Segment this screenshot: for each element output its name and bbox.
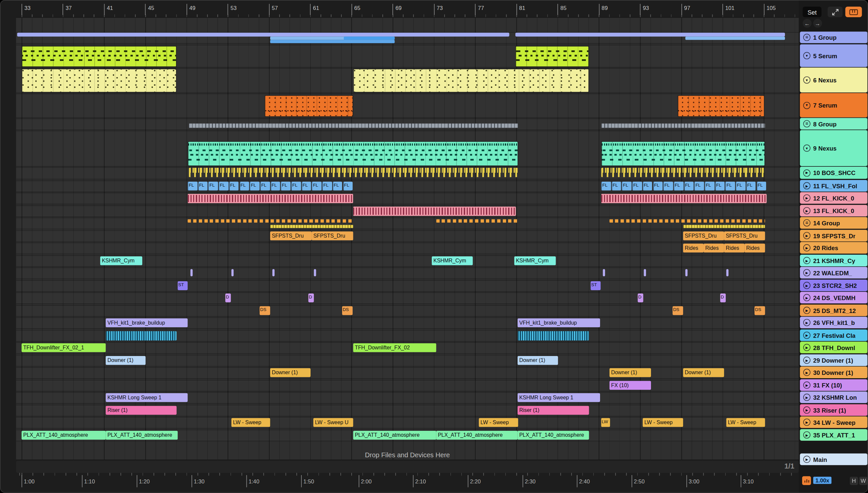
clip[interactable]: Downer (1) — [518, 356, 558, 365]
clip[interactable]: FL — [291, 181, 301, 191]
clip[interactable]: LW - Sweep — [231, 418, 270, 427]
clip[interactable]: FL — [187, 181, 198, 191]
clip[interactable]: Downer (1) — [683, 368, 724, 377]
time-ruler[interactable]: 1:001:101:201:301:401:502:002:102:202:30… — [16, 473, 799, 493]
clip[interactable]: FL — [601, 181, 611, 191]
clip[interactable]: DS — [342, 306, 353, 315]
clip[interactable]: FL — [271, 181, 281, 191]
track-header[interactable]: ▶31 FX (10) — [800, 379, 867, 391]
clip[interactable] — [677, 95, 764, 117]
clip[interactable]: SFPSTS_Dru — [724, 232, 765, 240]
main-track-header[interactable]: ▶Main — [800, 454, 867, 465]
clip[interactable]: FL — [694, 181, 704, 191]
clip[interactable] — [515, 46, 589, 67]
track-header[interactable]: ▶27 Festival Cla — [800, 329, 867, 341]
clip[interactable] — [685, 36, 785, 40]
clip[interactable]: Riser (1) — [518, 406, 589, 415]
clip[interactable]: FL — [673, 181, 684, 191]
width-zoom-button[interactable]: W — [859, 477, 867, 485]
clip[interactable] — [270, 40, 395, 43]
clip[interactable]: FX (10) — [609, 381, 651, 390]
play-icon[interactable]: ▶ — [803, 307, 810, 314]
clip[interactable]: FL — [281, 181, 291, 191]
track-header[interactable]: ▶11 FL_VSH_Fol — [800, 180, 867, 192]
clip[interactable]: FL — [632, 181, 642, 191]
clip[interactable] — [518, 331, 589, 341]
clip[interactable]: FL — [663, 181, 673, 191]
clip[interactable] — [601, 168, 765, 177]
clip[interactable]: PLX_ATT_140_atmosphere — [518, 431, 589, 440]
clip[interactable] — [601, 123, 765, 128]
play-icon[interactable]: ▶ — [803, 357, 810, 364]
clip[interactable]: FL — [684, 181, 694, 191]
play-icon[interactable]: ▶ — [803, 294, 810, 301]
clip[interactable]: FL — [622, 181, 632, 191]
clip[interactable]: SFPSTS_Dru — [683, 232, 724, 240]
clip[interactable] — [187, 219, 353, 223]
clip[interactable]: FL — [208, 181, 218, 191]
clip[interactable]: FL — [757, 181, 766, 191]
track-header[interactable]: ▶32 KSHMR Lon — [800, 391, 867, 403]
clip[interactable]: D — [638, 294, 643, 302]
clip[interactable]: FL — [736, 181, 745, 191]
play-icon[interactable]: ▶ — [803, 207, 810, 214]
clip[interactable] — [353, 69, 589, 93]
clip[interactable] — [17, 33, 509, 37]
track-header[interactable]: ▼9 Nexus — [800, 130, 867, 166]
clip[interactable]: ST — [178, 281, 187, 290]
clip[interactable]: LW - Sweep — [643, 418, 683, 427]
clip[interactable]: Rides — [724, 243, 744, 253]
track-header[interactable]: ≡1 Group — [800, 31, 867, 43]
clip[interactable] — [231, 269, 234, 276]
clip[interactable]: Downer (1) — [270, 368, 311, 377]
play-icon[interactable]: ▶ — [803, 431, 810, 439]
clip[interactable]: DS — [672, 306, 683, 315]
clip[interactable] — [353, 207, 516, 216]
track-header[interactable]: ▼5 Serum — [800, 44, 867, 67]
clip[interactable]: FL — [229, 181, 239, 191]
clip[interactable]: KSHMR Long Sweep 1 — [518, 393, 600, 402]
zoom-level-badge[interactable]: 1.00x — [813, 477, 831, 484]
clip[interactable] — [187, 141, 518, 166]
clip[interactable]: VFH_kit1_brake_buildup — [518, 318, 600, 327]
clip[interactable] — [436, 219, 518, 223]
track-header[interactable]: ≡14 Group — [800, 217, 867, 229]
clip[interactable] — [189, 123, 518, 128]
play-icon[interactable]: ▶ — [803, 244, 810, 252]
clip[interactable]: FL — [240, 181, 249, 191]
clip[interactable]: Rides — [744, 243, 765, 253]
play-icon[interactable]: ▶ — [803, 382, 810, 389]
audio-meter-button[interactable] — [802, 476, 811, 485]
track-header[interactable]: ▶26 VFH_kit1_b — [800, 317, 867, 328]
clip[interactable]: Rides — [704, 243, 724, 253]
clip[interactable]: FL — [302, 181, 312, 191]
clip[interactable] — [601, 141, 765, 166]
track-header[interactable]: ▶30 Downer (1) — [800, 367, 867, 378]
track-header[interactable]: ▶21 KSHMR_Cy — [800, 255, 867, 266]
clip[interactable]: D — [308, 294, 314, 302]
fold-icon[interactable]: ▼ — [803, 52, 810, 59]
clip[interactable]: VFH_kit1_brake_buildup — [106, 318, 188, 327]
track-header[interactable]: ▶28 TFH_Downl — [800, 342, 867, 353]
play-icon[interactable]: ▶ — [803, 394, 810, 401]
clip[interactable]: FL — [198, 181, 208, 191]
play-icon[interactable]: ▶ — [803, 232, 810, 239]
clip[interactable]: FL — [219, 181, 228, 191]
play-icon[interactable]: ▶ — [803, 344, 810, 351]
clip[interactable] — [685, 269, 688, 276]
clip[interactable]: ST — [591, 281, 601, 290]
play-icon[interactable]: ▶ — [803, 282, 810, 289]
clip[interactable]: FL — [726, 181, 735, 191]
clip[interactable] — [265, 95, 353, 117]
group-icon[interactable]: ≡ — [803, 219, 810, 227]
clip[interactable]: SFPSTS_Dru — [312, 232, 353, 240]
clip[interactable]: Rides — [683, 243, 704, 253]
clip[interactable] — [601, 194, 766, 203]
clip[interactable] — [22, 46, 177, 67]
clip[interactable]: PLX_ATT_140_atmosphere — [22, 431, 106, 440]
track-header[interactable]: ▶19 SFPSTS_Dr — [800, 230, 867, 241]
play-icon[interactable]: ▶ — [803, 182, 810, 190]
track-header[interactable]: ≡8 Group — [800, 118, 867, 129]
clip[interactable] — [683, 225, 765, 228]
clip[interactable]: PLX_ATT_140_atmosphere — [436, 431, 518, 440]
